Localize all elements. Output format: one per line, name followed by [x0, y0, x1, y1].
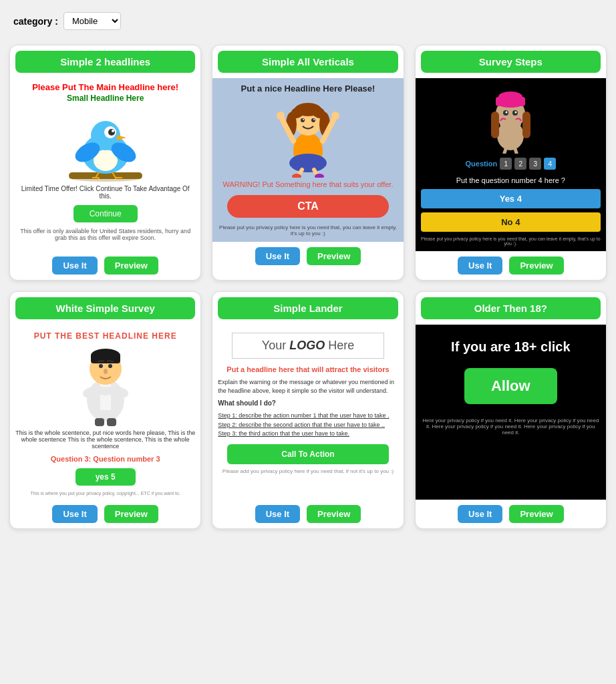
- card5-logo-suffix: Here: [325, 339, 354, 352]
- q-num-1: 1: [500, 158, 512, 170]
- card5-step3: Step 3: the third action that the user h…: [218, 430, 398, 439]
- svg-rect-56: [91, 353, 120, 363]
- card-survey-steps: Survey Steps: [415, 45, 607, 281]
- svg-point-7: [112, 130, 114, 132]
- card4-footer: Use It Preview: [10, 500, 200, 528]
- man-illustration: [72, 343, 139, 427]
- svg-point-58: [108, 364, 112, 368]
- category-select[interactable]: Mobile Desktop Tablet: [63, 12, 121, 30]
- card2-cta-button[interactable]: CTA: [227, 195, 389, 218]
- card1-preview-button[interactable]: Preview: [104, 256, 158, 275]
- continue-button[interactable]: Continue: [73, 205, 138, 222]
- svg-point-49: [512, 119, 521, 128]
- q-num-3: 3: [529, 158, 541, 170]
- question-nav: Question 1 2 3 4: [465, 158, 556, 170]
- bird-illustration: [62, 106, 149, 182]
- svg-point-28: [313, 119, 315, 120]
- card1-footer: Use It Preview: [10, 251, 200, 280]
- card1-body: Please Put The Main Headline here! Small…: [10, 78, 200, 251]
- card4-privacy: This is where you put your privacy polic…: [30, 491, 180, 496]
- card4-question: Question 3: Question number 3: [51, 455, 160, 463]
- card-white-simple-survey: White Simple Survey PUT THE BEST HEADLIN…: [9, 291, 201, 529]
- category-label: category :: [13, 16, 58, 27]
- card2-privacy: Please put you privacy policy here is yo…: [218, 224, 398, 236]
- card5-footer: Use It Preview: [212, 500, 403, 528]
- svg-line-51: [515, 149, 516, 153]
- card-older-then-18: Older Then 18? If you are 18+ click Allo…: [415, 291, 607, 529]
- card1-fine-text: This offer is only available for United …: [15, 228, 195, 241]
- svg-point-6: [108, 129, 115, 136]
- card4-title: White Simple Survey: [15, 297, 195, 319]
- card4-headline: PUT THE BEST HEADLINE HERE: [34, 331, 177, 341]
- card5-headline: Put a headline here that will attract th…: [226, 365, 389, 373]
- card5-step1: Step 1: describe the action number 1 tha…: [218, 411, 398, 421]
- svg-point-26: [311, 118, 315, 122]
- card-simple-all-verticals: Simple All Verticals Put a nice Headline…: [212, 45, 404, 281]
- card1-offer-text: Limited Time Offer! Click Continue To Ta…: [15, 185, 195, 200]
- card2-body: Put a nice Headline Here Please!: [212, 78, 403, 242]
- svg-point-46: [505, 112, 507, 114]
- card4-question-num: Question number 3: [93, 455, 160, 463]
- svg-rect-60: [95, 418, 104, 426]
- card5-what-label: What should I do?: [218, 399, 398, 408]
- card5-title: Simple Lander: [218, 297, 398, 319]
- card1-main-headline: Please Put The Main Headline here!: [32, 82, 178, 92]
- svg-point-24: [295, 103, 321, 116]
- svg-point-32: [331, 112, 339, 120]
- svg-point-25: [301, 118, 305, 122]
- card6-use-it-button[interactable]: Use It: [458, 505, 502, 523]
- card6-preview-button[interactable]: Preview: [509, 505, 563, 523]
- svg-point-31: [277, 112, 285, 120]
- card3-no-button[interactable]: No 4: [421, 212, 601, 232]
- card3-privacy: Please put you privacy policy here is yo…: [421, 236, 601, 246]
- svg-point-41: [498, 92, 522, 102]
- card3-title: Survey Steps: [421, 51, 601, 73]
- card5-body-text: Explain the warning or the message or wh…: [218, 378, 398, 395]
- card-simple-2-headlines: Simple 2 headlines Please Put The Main H…: [9, 45, 201, 281]
- svg-rect-61: [107, 418, 116, 426]
- card4-use-it-button[interactable]: Use It: [52, 505, 97, 523]
- card3-question: Put the question number 4 here ?: [456, 176, 565, 184]
- card-simple-lander: Simple Lander Your LOGO Here Put a headl…: [212, 291, 404, 529]
- top-bar: category : Mobile Desktop Tablet: [7, 7, 609, 35]
- svg-point-47: [514, 112, 516, 114]
- svg-rect-42: [491, 112, 499, 138]
- card4-preview-button[interactable]: Preview: [104, 505, 158, 523]
- card5-use-it-button[interactable]: Use It: [255, 505, 300, 523]
- svg-point-27: [303, 119, 304, 120]
- card4-scentence: This is the whole scentence, put nice wo…: [15, 430, 195, 450]
- card5-logo-text: Your: [262, 339, 289, 352]
- card3-preview-button[interactable]: Preview: [509, 256, 563, 275]
- card6-privacy: Here your privacy policy if you need it.…: [421, 417, 601, 436]
- card1-title: Simple 2 headlines: [15, 51, 195, 73]
- card2-footer: Use It Preview: [212, 242, 403, 271]
- card1-use-it-button[interactable]: Use It: [52, 256, 97, 275]
- card2-preview-button[interactable]: Preview: [307, 247, 361, 265]
- card3-body: Question 1 2 3 4 Put the question number…: [416, 78, 606, 251]
- card5-body: Your LOGO Here Put a headline here that …: [212, 325, 403, 500]
- card4-body: PUT THE BEST HEADLINE HERE: [10, 325, 200, 500]
- girl-illustration: [271, 98, 345, 178]
- card6-footer: Use It Preview: [416, 500, 606, 528]
- card3-yes-button[interactable]: Yes 4: [421, 189, 601, 208]
- girl2-illustration: [479, 83, 543, 154]
- card4-yes5-button[interactable]: yes 5: [75, 468, 136, 486]
- card6-allow-button[interactable]: Allow: [464, 368, 557, 404]
- card3-footer: Use It Preview: [416, 251, 606, 280]
- svg-point-18: [289, 154, 327, 172]
- card2-title: Simple All Verticals: [218, 51, 398, 73]
- card3-use-it-button[interactable]: Use It: [458, 256, 502, 275]
- card5-steps: Step 1: describe the action number 1 tha…: [218, 411, 398, 439]
- card5-cta-button[interactable]: Call To Action: [227, 444, 389, 464]
- question-label: Question: [465, 160, 497, 168]
- card2-headline: Put a nice Headline Here Please!: [241, 83, 375, 94]
- card6-body: If you are 18+ click Allow Here your pri…: [416, 325, 606, 500]
- card5-logo-bold: LOGO: [289, 339, 325, 352]
- cards-grid: Simple 2 headlines Please Put The Main H…: [7, 42, 609, 532]
- svg-point-59: [104, 369, 108, 374]
- card1-sub-headline: Small Headline Here: [67, 94, 144, 103]
- svg-rect-43: [522, 112, 530, 138]
- card5-preview-button[interactable]: Preview: [307, 505, 361, 523]
- card2-use-it-button[interactable]: Use It: [255, 247, 300, 265]
- card2-warning: WARNING! Put Something here that suits y…: [223, 180, 394, 188]
